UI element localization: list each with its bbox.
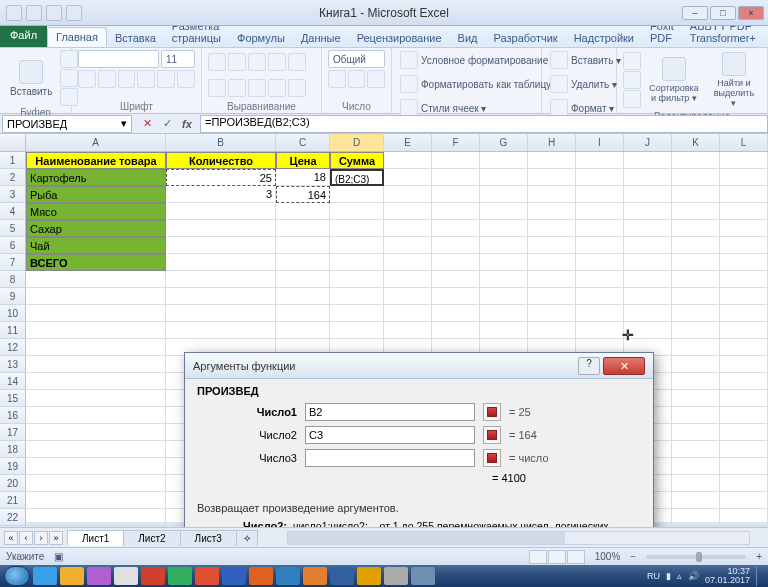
cell[interactable] [26, 407, 166, 424]
cell[interactable]: Мясо [26, 203, 166, 220]
cell[interactable] [432, 322, 480, 339]
dialog-help-button[interactable]: ? [578, 357, 600, 375]
cell[interactable] [720, 390, 768, 407]
cell[interactable] [384, 203, 432, 220]
cell[interactable] [672, 237, 720, 254]
cell[interactable] [672, 254, 720, 271]
arg2-input[interactable] [305, 426, 475, 444]
cell[interactable] [276, 220, 330, 237]
cell[interactable] [672, 152, 720, 169]
cell[interactable] [576, 169, 624, 186]
col-header-c[interactable]: C [276, 134, 330, 151]
cell[interactable] [276, 203, 330, 220]
start-button[interactable] [4, 566, 30, 586]
row-header[interactable]: 16 [0, 407, 26, 424]
cell[interactable] [330, 271, 384, 288]
dialog-titlebar[interactable]: Аргументы функции ? ✕ [185, 353, 653, 379]
autosum-icon[interactable] [623, 52, 641, 70]
row-header[interactable]: 12 [0, 339, 26, 356]
cell[interactable] [672, 220, 720, 237]
row-header[interactable]: 9 [0, 288, 26, 305]
cell[interactable] [624, 169, 672, 186]
cell[interactable] [432, 152, 480, 169]
sheet-tab-1[interactable]: Лист1 [67, 530, 124, 546]
cell[interactable] [480, 186, 528, 203]
align-bottom-icon[interactable] [248, 53, 266, 71]
cell[interactable]: Картофель [26, 169, 166, 186]
cancel-formula-icon[interactable]: ✕ [138, 116, 156, 132]
sheet-tab-2[interactable]: Лист2 [123, 530, 180, 546]
col-header-h[interactable]: H [528, 134, 576, 151]
cell[interactable] [720, 356, 768, 373]
cell[interactable] [26, 492, 166, 509]
cell[interactable]: Количество [166, 152, 276, 169]
sheet-nav-next-icon[interactable]: › [34, 531, 48, 545]
cell[interactable]: 18 [276, 169, 330, 186]
conditional-format-button[interactable]: Условное форматирование ▾ [398, 50, 558, 70]
italic-icon[interactable] [98, 70, 116, 88]
tray-network-icon[interactable]: ▵ [677, 571, 682, 581]
taskbar-app-icon[interactable] [87, 567, 111, 585]
zoom-level[interactable]: 100% [595, 551, 621, 562]
tray-volume-icon[interactable]: 🔊 [688, 571, 699, 581]
taskbar-app-icon[interactable] [330, 567, 354, 585]
row-header[interactable]: 13 [0, 356, 26, 373]
taskbar-app-icon[interactable] [222, 567, 246, 585]
cell[interactable] [624, 305, 672, 322]
cell[interactable] [480, 288, 528, 305]
name-box[interactable]: ПРОИЗВЕД▾ [2, 115, 132, 133]
cell[interactable] [166, 271, 276, 288]
cell[interactable] [576, 305, 624, 322]
row-header[interactable]: 3 [0, 186, 26, 203]
cell[interactable]: 3 [166, 186, 276, 203]
cell[interactable] [720, 220, 768, 237]
format-as-table-button[interactable]: Форматировать как таблицу ▾ [398, 74, 561, 94]
zoom-in-button[interactable]: + [756, 551, 762, 562]
cell[interactable] [26, 356, 166, 373]
col-header-j[interactable]: J [624, 134, 672, 151]
cell[interactable] [672, 390, 720, 407]
cell[interactable]: (B2;C3) [330, 169, 384, 186]
row-header[interactable]: 11 [0, 322, 26, 339]
cell[interactable] [576, 322, 624, 339]
cell[interactable] [672, 169, 720, 186]
cell[interactable] [528, 305, 576, 322]
fill-color-icon[interactable] [157, 70, 175, 88]
cell[interactable] [528, 271, 576, 288]
cell[interactable] [720, 475, 768, 492]
cell[interactable] [720, 186, 768, 203]
cell[interactable]: Цена [276, 152, 330, 169]
taskbar-app-icon[interactable] [141, 567, 165, 585]
cell[interactable] [672, 458, 720, 475]
cell[interactable] [624, 186, 672, 203]
cell[interactable] [576, 220, 624, 237]
cell[interactable] [528, 169, 576, 186]
cell[interactable] [672, 373, 720, 390]
taskbar-app-icon[interactable] [195, 567, 219, 585]
cell[interactable] [624, 237, 672, 254]
cell[interactable] [384, 220, 432, 237]
cell[interactable] [276, 322, 330, 339]
cell[interactable] [330, 186, 384, 203]
cell[interactable] [576, 271, 624, 288]
align-middle-icon[interactable] [228, 53, 246, 71]
cell[interactable] [720, 288, 768, 305]
row-header[interactable]: 8 [0, 271, 26, 288]
cell[interactable] [624, 288, 672, 305]
cell[interactable] [384, 271, 432, 288]
cell[interactable] [672, 203, 720, 220]
cell[interactable] [720, 441, 768, 458]
cell[interactable]: Чай [26, 237, 166, 254]
horizontal-scrollbar[interactable] [287, 531, 750, 545]
currency-icon[interactable] [328, 70, 346, 88]
cell[interactable] [672, 441, 720, 458]
taskbar-app-icon[interactable] [249, 567, 273, 585]
sheet-nav-last-icon[interactable]: » [49, 531, 63, 545]
row-header[interactable]: 5 [0, 220, 26, 237]
taskbar-app-icon[interactable] [60, 567, 84, 585]
percent-icon[interactable] [348, 70, 366, 88]
tray-date[interactable]: 07.01.2017 [705, 576, 750, 585]
cell[interactable] [480, 322, 528, 339]
arg2-refedit-button[interactable] [483, 426, 501, 444]
save-icon[interactable] [26, 5, 42, 21]
